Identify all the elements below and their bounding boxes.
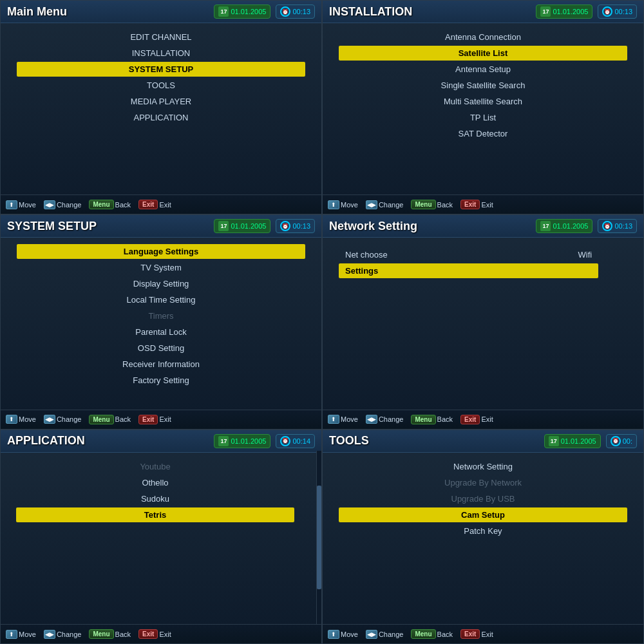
application-time: 00:14 [292, 437, 310, 445]
screen-grid: Main Menu 17 01.01.2005 ⏰ 00:13 EDIT CHA… [0, 0, 644, 644]
calendar-icon-5: 17 [218, 436, 229, 446]
app-item-othello[interactable]: Othello [16, 475, 294, 490]
app-item-tetris[interactable]: Tetris [16, 507, 294, 522]
tools-item-cam-setup[interactable]: Cam Setup [339, 507, 627, 522]
footer-move-2: ⬆ Move [328, 200, 358, 209]
installation-header-right: 17 01.01.2005 ⏰ 00:13 [536, 5, 637, 19]
change-icon-4: ◀▶ [366, 415, 377, 424]
settings-label: Settings [345, 266, 378, 276]
change-label-3: Change [57, 415, 82, 423]
install-item-antenna-conn[interactable]: Antenna Connection [339, 30, 627, 44]
system-setup-date-badge: 17 01.01.2005 [214, 219, 270, 233]
move-icon-5: ⬆ [6, 630, 17, 639]
move-icon: ⬆ [6, 200, 17, 209]
menu-key-4[interactable]: Menu [411, 415, 435, 424]
exit-label: Exit [159, 201, 171, 209]
clock-icon-3: ⏰ [280, 221, 290, 231]
main-menu-item-installation[interactable]: INSTALLATION [17, 46, 305, 61]
move-icon-4: ⬆ [328, 415, 339, 424]
main-menu-footer: ⬆ Move ◀▶ Change Menu Back Exit Exit [1, 194, 321, 214]
move-label-2: Move [341, 201, 358, 209]
system-setup-header: SYSTEM SETUP 17 01.01.2005 ⏰ 00:13 [1, 215, 321, 238]
footer-change-3: ◀▶ Change [44, 415, 82, 424]
syssetup-item-parental[interactable]: Parental Lock [17, 325, 305, 339]
installation-panel: INSTALLATION 17 01.01.2005 ⏰ 00:13 Anten… [322, 0, 644, 214]
exit-label-6: Exit [481, 630, 493, 638]
exit-key[interactable]: Exit [138, 200, 158, 209]
move-label-4: Move [341, 415, 358, 423]
application-content: Youtube Othello Sudoku Tetris [1, 453, 321, 624]
scroll-bar [316, 451, 321, 624]
exit-label-4: Exit [481, 415, 493, 423]
install-item-sat-detector[interactable]: SAT Detector [339, 126, 627, 141]
tools-item-patch-key[interactable]: Patch Key [339, 524, 627, 538]
footer-back-4: Menu Back [411, 415, 453, 424]
menu-key-3[interactable]: Menu [89, 415, 113, 424]
syssetup-item-tv-system[interactable]: TV System [17, 260, 305, 275]
system-setup-date: 01.01.2005 [231, 222, 266, 230]
net-choose-value: Wifi [578, 250, 592, 260]
install-item-tp-list[interactable]: TP List [339, 110, 627, 125]
menu-key-2[interactable]: Menu [411, 200, 435, 209]
clock-icon: ⏰ [280, 6, 290, 17]
calendar-icon-6: 17 [549, 436, 559, 446]
syssetup-item-receiver-info[interactable]: Receiver Information [17, 357, 305, 372]
tools-header: TOOLS 17 01.01.2005 ⏰ 00: [323, 430, 643, 453]
install-item-antenna-setup[interactable]: Antenna Setup [339, 62, 627, 77]
exit-key-6[interactable]: Exit [460, 629, 480, 639]
network-setting-time: 00:13 [614, 222, 632, 230]
exit-key-3[interactable]: Exit [138, 415, 158, 424]
menu-key-6[interactable]: Menu [411, 629, 435, 639]
syssetup-item-display[interactable]: Display Setting [17, 276, 305, 291]
menu-key[interactable]: Menu [89, 200, 113, 209]
application-header: APPLICATION 17 01.01.2005 ⏰ 00:14 [1, 430, 321, 453]
application-title: APPLICATION [7, 434, 85, 448]
clock-icon-5: ⏰ [280, 436, 290, 446]
system-setup-time: 00:13 [292, 222, 310, 230]
change-icon: ◀▶ [44, 200, 55, 209]
change-icon-2: ◀▶ [366, 200, 377, 209]
application-date: 01.01.2005 [231, 437, 266, 445]
tools-date: 01.01.2005 [561, 437, 596, 445]
back-label-2: Back [437, 201, 453, 209]
main-menu-item-application[interactable]: APPLICATION [17, 110, 305, 125]
syssetup-item-osd[interactable]: OSD Setting [17, 341, 305, 355]
footer-move: ⬆ Move [6, 200, 36, 209]
syssetup-item-local-time[interactable]: Local Time Setting [17, 292, 305, 307]
main-menu-item-edit-channel[interactable]: EDIT CHANNEL [17, 30, 305, 44]
exit-key-5[interactable]: Exit [138, 629, 158, 639]
main-menu-item-tools[interactable]: TOOLS [17, 78, 305, 93]
app-item-sudoku[interactable]: Sudoku [16, 491, 294, 506]
install-item-satellite-list[interactable]: Satellite List [339, 46, 627, 61]
exit-key-2[interactable]: Exit [460, 200, 480, 209]
menu-key-5[interactable]: Menu [89, 629, 113, 639]
exit-label-3: Exit [159, 415, 171, 423]
change-label: Change [57, 201, 82, 209]
back-label: Back [115, 201, 131, 209]
tools-item-network-setting[interactable]: Network Setting [339, 459, 627, 474]
move-icon-2: ⬆ [328, 200, 339, 209]
installation-title: INSTALLATION [329, 5, 412, 19]
main-menu-item-system-setup[interactable]: SYSTEM SETUP [17, 62, 305, 77]
change-label-4: Change [379, 415, 404, 423]
syssetup-item-factory[interactable]: Factory Setting [17, 373, 305, 388]
back-label-4: Back [437, 415, 453, 423]
install-item-multi-sat[interactable]: Multi Satellite Search [339, 94, 627, 109]
settings-row[interactable]: Settings [339, 263, 598, 278]
application-panel: APPLICATION 17 01.01.2005 ⏰ 00:14 Youtub… [0, 430, 322, 644]
system-setup-time-badge: ⏰ 00:13 [276, 219, 315, 233]
exit-key-4[interactable]: Exit [460, 415, 480, 424]
tools-footer: ⬆ Move ◀▶ Change Menu Back Exit Exit [323, 624, 643, 643]
network-setting-header: Network Setting 17 01.01.2005 ⏰ 00:13 [323, 215, 643, 238]
change-icon-6: ◀▶ [366, 630, 377, 639]
main-menu-content: EDIT CHANNEL INSTALLATION SYSTEM SETUP T… [1, 23, 321, 194]
install-item-single-sat[interactable]: Single Satellite Search [339, 78, 627, 93]
footer-exit-4: Exit Exit [460, 415, 493, 424]
network-setting-time-badge: ⏰ 00:13 [598, 219, 637, 233]
tools-header-right: 17 01.01.2005 ⏰ 00: [544, 434, 637, 448]
main-menu-item-media-player[interactable]: MEDIA PLAYER [17, 94, 305, 109]
syssetup-item-language[interactable]: Language Settings [17, 244, 305, 259]
footer-exit-6: Exit Exit [460, 629, 493, 639]
change-label-5: Change [57, 630, 82, 638]
clock-icon-4: ⏰ [602, 221, 612, 231]
